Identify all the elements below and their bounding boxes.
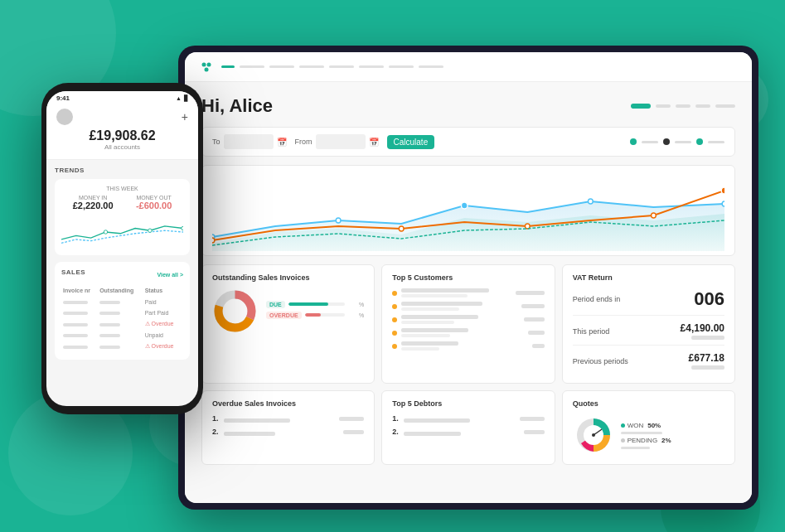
customer-val-bar-3 bbox=[401, 321, 454, 324]
calendar-icon-to[interactable]: 📅 bbox=[277, 138, 287, 147]
sales-header: SALES View all > bbox=[61, 268, 183, 281]
vat-period-number: 006 bbox=[694, 288, 724, 310]
sales-row-4: Unpaid bbox=[63, 331, 182, 340]
nav-tab-2[interactable] bbox=[240, 65, 264, 68]
app-logo bbox=[198, 59, 215, 75]
nav-tab-1[interactable] bbox=[221, 65, 235, 68]
customer-dot-5 bbox=[392, 344, 397, 349]
phone-content: TRENDS THIS WEEK MONEY IN £2,220.00 MONE… bbox=[46, 160, 198, 406]
vat-return-card: VAT Return Period ends in 006 This perio… bbox=[562, 264, 735, 384]
svg-point-8 bbox=[212, 238, 215, 243]
quotes-title: Quotes bbox=[573, 399, 724, 408]
outstanding-sales-invoices-card: Outstanding Sales Invoices DUE bbox=[201, 264, 375, 384]
action-pill-2[interactable] bbox=[676, 104, 691, 108]
phone-time: 9:41 bbox=[56, 94, 70, 102]
customer-name-bar-1 bbox=[401, 288, 489, 293]
debtor-num-1: 1. bbox=[392, 414, 399, 423]
quotes-card: Quotes bbox=[562, 390, 735, 465]
svg-point-9 bbox=[399, 226, 404, 231]
nav-tab-4[interactable] bbox=[299, 65, 324, 68]
customer-name-bar-3 bbox=[401, 315, 478, 319]
customer-name-bar-5 bbox=[401, 341, 458, 346]
phone-screen: 9:41 ▲ ▊ + £19,908.62 All accounts TREND… bbox=[46, 91, 198, 406]
phone-balance: £19,908.62 bbox=[56, 128, 188, 143]
phone-avatar bbox=[56, 109, 73, 125]
from-label: From bbox=[295, 138, 313, 146]
customer-row-4 bbox=[392, 328, 544, 337]
overdue-badge: OVERDUE bbox=[266, 312, 302, 319]
action-pill-4[interactable] bbox=[715, 104, 735, 108]
legend-bar-2 bbox=[675, 141, 691, 143]
to-label: To bbox=[212, 138, 220, 146]
phone-device: 9:41 ▲ ▊ + £19,908.62 All accounts TREND… bbox=[41, 83, 203, 414]
due-percent: % bbox=[347, 302, 364, 307]
debtors-content: 1. 2. bbox=[392, 414, 544, 436]
sales-box: SALES View all > Invoice nr Outstanding … bbox=[55, 262, 190, 360]
vat-this-period-row: This period £4,190.00 bbox=[573, 322, 724, 346]
top5-debtors-card: Top 5 Debtors 1. 2. bbox=[381, 390, 555, 465]
from-date-field[interactable] bbox=[316, 134, 366, 149]
quotes-pending-value: 2% bbox=[661, 437, 671, 444]
quotes-pending-dot bbox=[621, 438, 625, 443]
osi-content: DUE % OVERDUE bbox=[212, 288, 364, 334]
nav-tab-5[interactable] bbox=[329, 65, 354, 68]
status-overdue-3: ⚠ Overdue bbox=[145, 321, 182, 327]
customer-row-5 bbox=[392, 341, 544, 351]
vat-return-title: VAT Return bbox=[573, 273, 724, 282]
osi-overdue-item: OVERDUE % bbox=[266, 312, 364, 319]
overdue-invoices-title: Overdue Sales Invoices bbox=[212, 399, 364, 408]
money-in-label: MONEY IN bbox=[73, 195, 114, 201]
vat-prev-period-row: Previous periods £677.18 bbox=[573, 352, 724, 375]
svg-point-2 bbox=[205, 67, 209, 71]
quotes-legend: WON 50% PENDING 2% bbox=[621, 422, 671, 449]
quotes-won-dot bbox=[621, 423, 625, 428]
phone-header: + £19,908.62 All accounts bbox=[46, 104, 198, 160]
date-filter-bar: To 📅 From 📅 Calculate bbox=[201, 127, 735, 157]
action-pill-active[interactable] bbox=[631, 104, 651, 109]
osi-due-item: DUE % bbox=[266, 301, 364, 308]
svg-point-5 bbox=[461, 202, 468, 209]
calendar-icon-from[interactable]: 📅 bbox=[369, 138, 379, 147]
customers-list bbox=[392, 288, 544, 351]
svg-point-11 bbox=[652, 213, 657, 218]
status-paid-1: Paid bbox=[145, 299, 157, 305]
add-button[interactable]: + bbox=[182, 110, 188, 123]
svg-point-22 bbox=[182, 226, 183, 230]
nav-tab-8[interactable] bbox=[419, 65, 443, 68]
top5-debtors-title: Top 5 Debtors bbox=[392, 399, 544, 408]
phone-avatar-group bbox=[56, 109, 73, 125]
dashboard-grid: Outstanding Sales Invoices DUE bbox=[201, 264, 735, 465]
nav-tabs bbox=[221, 65, 739, 68]
quotes-pie-chart bbox=[573, 414, 614, 456]
tablet-topbar bbox=[185, 52, 752, 82]
overdue-progress: % bbox=[305, 312, 365, 318]
tablet-main-content: Hi, Alice To 📅 From bbox=[185, 82, 752, 503]
sales-row-1: Paid bbox=[63, 297, 182, 307]
svg-point-7 bbox=[722, 201, 724, 206]
period-ends-label: Period ends in bbox=[573, 295, 621, 303]
nav-tab-7[interactable] bbox=[389, 65, 414, 68]
customer-val-bar-2 bbox=[401, 307, 459, 311]
legend-dot-dark bbox=[663, 138, 670, 145]
this-period-label: This period bbox=[573, 327, 610, 336]
nav-tab-6[interactable] bbox=[359, 65, 384, 68]
to-date-field[interactable] bbox=[224, 134, 274, 149]
trends-box: THIS WEEK MONEY IN £2,220.00 MONEY OUT -… bbox=[55, 179, 190, 255]
legend-dot-green bbox=[630, 138, 637, 145]
action-pill-1[interactable] bbox=[656, 104, 671, 108]
nav-tab-3[interactable] bbox=[269, 65, 294, 68]
quotes-won-value: 50% bbox=[647, 422, 661, 429]
action-pill-3[interactable] bbox=[695, 104, 710, 108]
phone-status-icons: ▲ ▊ bbox=[176, 95, 188, 102]
calculate-button[interactable]: Calculate bbox=[387, 135, 435, 149]
this-period-gray-bar bbox=[691, 336, 724, 340]
debtor-bar-bottom-1 bbox=[404, 418, 470, 423]
svg-point-12 bbox=[721, 187, 724, 194]
this-period-value: £4,190.00 bbox=[681, 322, 724, 334]
customer-dot-2 bbox=[392, 304, 397, 309]
svg-point-21 bbox=[148, 229, 152, 232]
customer-dot-3 bbox=[392, 317, 397, 322]
wifi-icon: ▲ bbox=[176, 95, 182, 101]
customer-dot-4 bbox=[392, 331, 397, 336]
view-all-link[interactable]: View all > bbox=[157, 272, 183, 278]
